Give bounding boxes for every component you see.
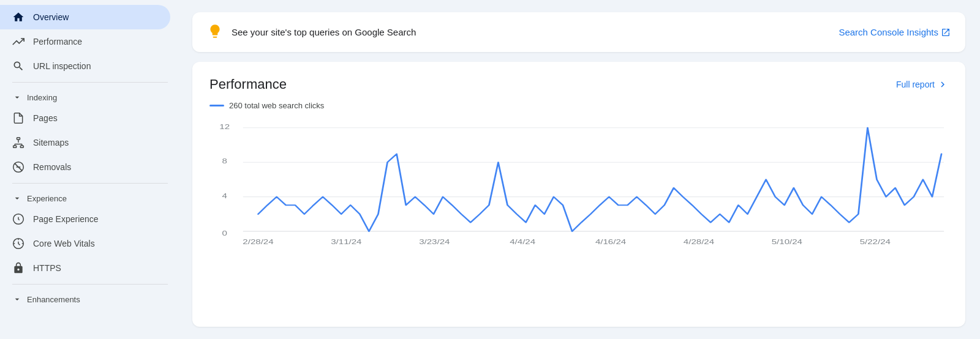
section-experience-label: Experience — [27, 194, 67, 203]
x-label-4: 4/4/24 — [510, 238, 535, 246]
performance-header: Performance Full report — [209, 76, 948, 92]
gauge-icon — [12, 237, 24, 250]
sidebar-item-sitemaps[interactable]: Sitemaps — [0, 130, 170, 155]
x-label-1: 2/28/24 — [243, 238, 274, 246]
sidebar-item-pages-label: Pages — [33, 113, 58, 123]
banner-link-label: Search Console Insights — [839, 27, 938, 37]
full-report-link[interactable]: Full report — [896, 79, 948, 90]
legend-line — [209, 105, 224, 106]
section-indexing[interactable]: Indexing — [0, 86, 178, 106]
top-banner: See your site's top queries on Google Se… — [192, 12, 965, 52]
sidebar-item-performance-label: Performance — [33, 37, 82, 47]
sitemap-icon — [12, 136, 24, 149]
chevron-down-icon — [12, 92, 22, 102]
sidebar-item-page-experience[interactable]: Page Experience — [0, 207, 170, 231]
sidebar-item-url-inspection[interactable]: URL inspection — [0, 54, 170, 78]
x-label-8: 5/22/24 — [860, 238, 891, 246]
section-experience[interactable]: Experience — [0, 187, 178, 207]
external-link-icon — [941, 28, 951, 37]
sidebar-item-overview-label: Overview — [33, 12, 69, 22]
file-icon — [12, 112, 24, 124]
sidebar-item-url-inspection-label: URL inspection — [33, 61, 91, 71]
divider-1 — [12, 82, 168, 83]
removals-icon — [12, 161, 24, 173]
page-experience-icon — [12, 213, 24, 225]
sidebar-item-removals-label: Removals — [33, 162, 71, 172]
search-console-insights-link[interactable]: Search Console Insights — [839, 27, 951, 37]
sidebar-item-overview[interactable]: Overview — [0, 5, 170, 29]
sidebar-item-removals[interactable]: Removals — [0, 155, 170, 179]
chevron-down-icon-3 — [12, 294, 22, 304]
full-report-label: Full report — [896, 80, 935, 89]
divider-2 — [12, 183, 168, 184]
sidebar-item-core-web-vitals-label: Core Web Vitals — [33, 239, 95, 248]
sidebar: Overview Performance URL inspection Inde… — [0, 0, 178, 339]
section-indexing-label: Indexing — [27, 93, 57, 102]
section-enhancements[interactable]: Enhancements — [0, 288, 178, 308]
chevron-down-icon-2 — [12, 193, 22, 203]
chevron-right-icon — [937, 79, 948, 90]
trending-up-icon — [12, 35, 24, 48]
sidebar-item-https-label: HTTPS — [33, 263, 61, 273]
chart-svg: 12 8 4 0 2/28/24 3/11/24 3/23/24 4/4/24 … — [209, 117, 948, 258]
x-label-3: 3/23/24 — [419, 238, 450, 246]
x-label-5: 4/16/24 — [595, 238, 627, 246]
bulb-icon — [207, 23, 223, 41]
sidebar-item-sitemaps-label: Sitemaps — [33, 138, 69, 147]
svg-rect-0 — [17, 138, 20, 140]
y-label-0: 0 — [222, 229, 227, 237]
search-icon — [12, 60, 24, 72]
legend-label: 260 total web search clicks — [229, 101, 324, 110]
banner-left: See your site's top queries on Google Se… — [207, 23, 416, 41]
x-label-6: 4/28/24 — [684, 238, 715, 246]
divider-3 — [12, 284, 168, 285]
x-label-2: 3/11/24 — [331, 238, 362, 246]
performance-chart: 12 8 4 0 2/28/24 3/11/24 3/23/24 4/4/24 … — [209, 117, 948, 258]
sidebar-item-https[interactable]: HTTPS — [0, 256, 170, 280]
x-label-7: 5/10/24 — [772, 238, 803, 246]
home-icon — [12, 11, 24, 23]
chart-polyline — [258, 128, 941, 231]
sidebar-item-core-web-vitals[interactable]: Core Web Vitals — [0, 231, 170, 256]
sidebar-item-performance[interactable]: Performance — [0, 29, 170, 54]
y-label-12: 12 — [219, 123, 230, 131]
y-label-8: 8 — [222, 157, 227, 165]
sidebar-item-page-experience-label: Page Experience — [33, 214, 99, 224]
banner-text: See your site's top queries on Google Se… — [232, 27, 416, 37]
sidebar-item-pages[interactable]: Pages — [0, 106, 170, 130]
lock-icon — [12, 262, 24, 274]
svg-rect-1 — [13, 146, 17, 147]
performance-title: Performance — [209, 76, 287, 92]
performance-card: Performance Full report 260 total web se… — [192, 62, 965, 327]
main-content: See your site's top queries on Google Se… — [178, 0, 980, 339]
chart-legend: 260 total web search clicks — [209, 101, 948, 110]
section-enhancements-label: Enhancements — [27, 295, 80, 304]
svg-rect-2 — [20, 146, 23, 147]
y-label-4: 4 — [222, 192, 227, 199]
